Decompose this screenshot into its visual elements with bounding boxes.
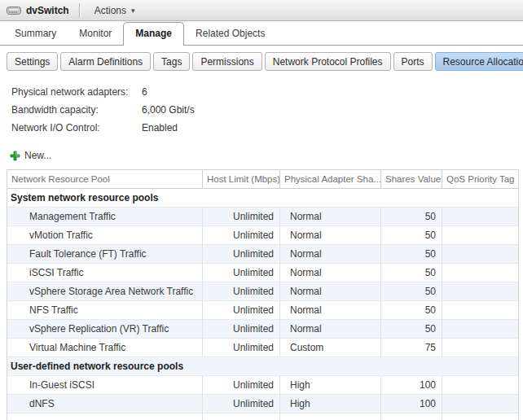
cell-host_limit: Unlimited [203, 320, 280, 338]
cell-shares_value: 50 [381, 282, 442, 300]
info-row-bandwidth-capacity: Bandwidth capacity:6,000 Gbit/s [11, 101, 523, 119]
subtab-ports[interactable]: Ports [393, 52, 433, 71]
subtab-permissions[interactable]: Permissions [192, 52, 262, 71]
cell-shares: Normal [280, 282, 381, 300]
cell-qos [442, 320, 518, 338]
cell-empty [203, 413, 280, 420]
page-title: dvSwitch [26, 5, 69, 16]
info-row-network-i-o-control: Network I/O Control:Enabled [11, 119, 523, 137]
dvswitch-icon [7, 6, 21, 15]
cell-shares_value: 50 [381, 320, 442, 338]
tab-summary[interactable]: Summary [3, 23, 68, 45]
vsphere-window: dvSwitch Actions ▾ SummaryMonitorManageR… [0, 0, 523, 420]
cell-shares: Custom [280, 339, 381, 357]
cell-empty [381, 413, 442, 420]
tab-manage[interactable]: Manage [123, 22, 184, 46]
cell-shares: Normal [280, 245, 381, 263]
cell-name: vSphere Replication (VR) Traffic [7, 320, 203, 338]
plus-icon [10, 151, 20, 161]
subtab-alarm-definitions[interactable]: Alarm Definitions [60, 52, 151, 71]
table-body: System network resource poolsManagement … [7, 189, 518, 420]
table-row-dnfs[interactable]: dNFSUnlimitedHigh100 [7, 395, 518, 413]
tab-related-objects[interactable]: Related Objects [184, 23, 276, 45]
cell-name: NFS Traffic [7, 301, 203, 319]
info-value: 6,000 Gbit/s [142, 104, 195, 116]
cell-shares_value: 100 [381, 395, 442, 413]
cell-shares_value: 50 [381, 245, 442, 263]
title-bar: dvSwitch Actions ▾ [0, 0, 523, 21]
table-row-empty [7, 413, 518, 420]
manage-tab-content: SettingsAlarm DefinitionsTagsPermissions… [0, 52, 523, 420]
cell-qos [442, 339, 518, 357]
tab-monitor[interactable]: Monitor [68, 23, 123, 45]
cell-shares: Normal [280, 320, 381, 338]
new-button[interactable]: New... [10, 148, 67, 163]
resource-pool-table: Network Resource PoolHost Limit (Mbps)Ph… [7, 169, 519, 420]
info-value: 6 [142, 86, 147, 98]
group-header-user-defined-network-resource-pools: User-defined network resource pools [7, 357, 518, 376]
column-header-shares-value[interactable]: Shares Value [381, 170, 442, 188]
switch-summary-info: Physical network adapters:6Bandwidth cap… [11, 83, 523, 137]
table-header-row: Network Resource PoolHost Limit (Mbps)Ph… [7, 170, 518, 189]
table-row-in-guest-iscsi[interactable]: In-Guest iSCSIUnlimitedHigh100 [7, 376, 518, 395]
cell-name: Management Traffic [7, 208, 203, 225]
cell-shares_value: 75 [381, 339, 442, 357]
cell-shares_value: 50 [381, 226, 442, 244]
cell-shares: Normal [280, 226, 381, 244]
cell-host_limit: Unlimited [203, 282, 280, 300]
table-row-vmotion-traffic[interactable]: vMotion TrafficUnlimitedNormal50 [7, 226, 518, 245]
subtab-tags[interactable]: Tags [153, 52, 190, 71]
cell-shares: High [280, 376, 381, 394]
main-tab-bar: SummaryMonitorManageRelated Objects [0, 21, 523, 46]
cell-host_limit: Unlimited [203, 245, 280, 263]
cell-name: Fault Tolerance (FT) Traffic [7, 245, 203, 263]
table-row-iscsi-traffic[interactable]: iSCSI TrafficUnlimitedNormal50 [7, 264, 518, 282]
cell-name: vMotion Traffic [7, 226, 203, 244]
cell-host_limit: Unlimited [203, 264, 280, 282]
info-label: Bandwidth capacity: [11, 104, 142, 116]
subtab-resource-allocation[interactable]: Resource Allocation [435, 52, 523, 71]
info-label: Physical network adapters: [11, 86, 142, 98]
actions-menu-button[interactable]: Actions ▾ [88, 2, 142, 19]
cell-empty [442, 413, 518, 420]
table-row-vsphere-storage-area-network-traffic[interactable]: vSphere Storage Area Network TrafficUnli… [7, 282, 518, 301]
subtab-network-protocol-profiles[interactable]: Network Protocol Profiles [265, 52, 391, 71]
column-header-network-resource-pool[interactable]: Network Resource Pool [7, 170, 203, 188]
table-row-virtual-machine-traffic[interactable]: Virtual Machine TrafficUnlimitedCustom75 [7, 339, 518, 357]
cell-empty [7, 413, 203, 420]
cell-qos [442, 245, 518, 263]
cell-name: Virtual Machine Traffic [7, 339, 203, 357]
column-header-host-limit-mbps[interactable]: Host Limit (Mbps) [203, 170, 280, 188]
cell-qos [442, 395, 518, 413]
cell-name: iSCSI Traffic [7, 264, 203, 282]
cell-shares_value: 100 [381, 376, 442, 394]
info-row-physical-network-adapters: Physical network adapters:6 [11, 83, 523, 101]
cell-name: In-Guest iSCSI [7, 376, 203, 394]
cell-host_limit: Unlimited [203, 376, 280, 394]
cell-shares: Normal [280, 264, 381, 282]
cell-name: vSphere Storage Area Network Traffic [7, 282, 203, 300]
cell-host_limit: Unlimited [203, 301, 280, 319]
cell-qos [442, 208, 518, 225]
cell-qos [442, 264, 518, 282]
cell-shares_value: 50 [381, 264, 442, 282]
subtab-settings[interactable]: Settings [7, 52, 58, 71]
cell-host_limit: Unlimited [203, 208, 280, 225]
titlebar-divider [79, 3, 80, 18]
cell-empty [280, 413, 381, 420]
table-row-nfs-traffic[interactable]: NFS TrafficUnlimitedNormal50 [7, 301, 518, 320]
column-header-physical-adapter-sha[interactable]: Physical Adapter Sha... [280, 170, 381, 188]
table-row-fault-tolerance-ft-traffic[interactable]: Fault Tolerance (FT) TrafficUnlimitedNor… [7, 245, 518, 264]
cell-shares_value: 50 [381, 301, 442, 319]
table-row-management-traffic[interactable]: Management TrafficUnlimitedNormal50 [7, 208, 518, 226]
cell-qos [442, 376, 518, 394]
cell-shares: High [280, 395, 381, 413]
cell-qos [442, 226, 518, 244]
cell-host_limit: Unlimited [203, 226, 280, 244]
chevron-down-icon: ▾ [131, 7, 135, 15]
cell-qos [442, 282, 518, 300]
cell-name: dNFS [7, 395, 203, 413]
column-header-qos-priority-tag[interactable]: QoS Priority Tag [442, 170, 518, 188]
table-row-vsphere-replication-vr-traffic[interactable]: vSphere Replication (VR) TrafficUnlimite… [7, 320, 518, 339]
sub-tab-bar: SettingsAlarm DefinitionsTagsPermissions… [7, 52, 523, 71]
